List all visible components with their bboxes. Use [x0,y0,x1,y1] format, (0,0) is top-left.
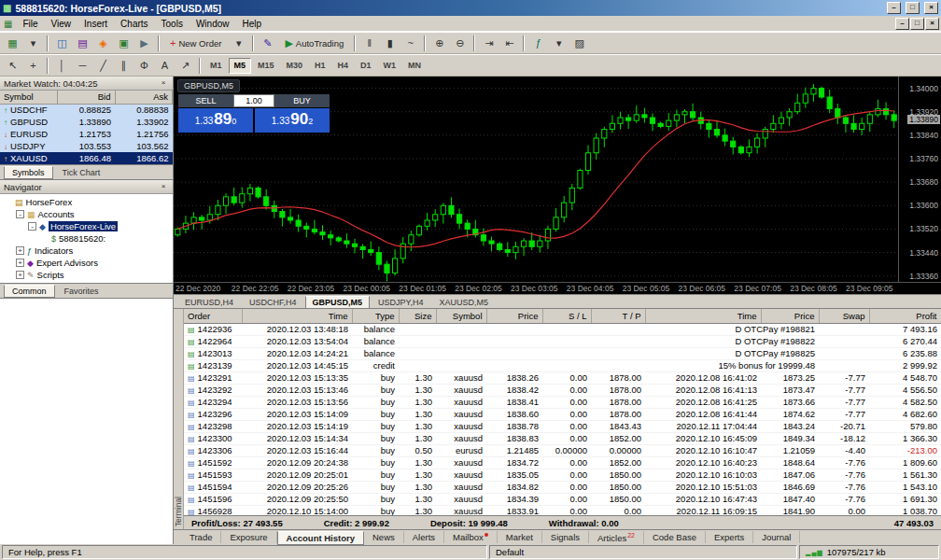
terminal-tab-account-history[interactable]: Account History [277,531,364,545]
order-row-1451592[interactable]: ▤14515922020.12.09 20:24:38buy1.30xauusd… [184,456,941,469]
menu-item-view[interactable]: View [45,18,78,30]
navigator-tab-favorites[interactable]: Favorites [56,285,107,298]
status-profile[interactable]: Default [489,545,797,559]
orders-col-order-0[interactable]: Order [184,309,242,323]
order-row-1423298[interactable]: ▤14232982020.12.03 15:14:19buy1.30xauusd… [184,420,941,432]
orders-col-type-2[interactable]: Type [352,309,399,323]
order-row-1423292[interactable]: ▤14232922020.12.03 15:13:46buy1.30xauusd… [184,384,941,396]
terminal-tab-news[interactable]: News [364,531,404,543]
navigator-item-indicators[interactable]: +ƒIndicators [0,245,173,257]
terminal-side-bar[interactable]: Terminal [174,309,184,529]
navigator-toggle[interactable]: ◈ [93,35,113,52]
order-row-1422964[interactable]: ▤14229642020.12.03 13:54:04balanceD OTCP… [184,335,941,347]
orders-col-t-p-7[interactable]: T / P [591,309,645,323]
navigator-close-icon[interactable]: × [158,182,169,192]
data-window-toggle[interactable]: ▤ [73,35,92,52]
order-row-1423139[interactable]: ▤14231392020.12.03 14:45:15credit15% bon… [184,359,941,371]
terminal-tab-mailbox[interactable]: Mailbox [444,531,498,543]
chart-shift-button[interactable]: ⇤ [499,35,519,52]
channel-button[interactable]: ∥ [114,57,133,75]
market-watch-row-usdjpy[interactable]: ↓USDJPY103.553103.562 [0,140,173,152]
navigator-item-accounts[interactable]: -▦Accounts [0,208,173,220]
auto-scroll-button[interactable]: ⇥ [479,35,499,52]
orders-col-size-3[interactable]: Size [399,309,436,323]
timeframe-m1[interactable]: M1 [204,58,228,74]
chart-tab-usdchf-h4[interactable]: USDCHF,H4 [242,296,304,309]
terminal-tab-exposure[interactable]: Exposure [221,531,276,543]
market-watch-row-xauusd[interactable]: ↑XAUUSD1866.481866.62 [0,152,173,164]
text-label-button[interactable]: A [155,57,175,75]
timeframe-h1[interactable]: H1 [309,58,331,74]
timeframe-mn[interactable]: MN [402,58,427,74]
minimize-button[interactable]: – [887,2,901,14]
strategy-tester-toggle[interactable]: ▶ [134,35,154,52]
new-order-dropdown[interactable]: ▾ [229,35,248,52]
terminal-tab-experts[interactable]: Experts [706,531,753,543]
autotrading-button[interactable]: ▶AutoTrading [278,35,350,52]
close-button[interactable]: × [924,2,938,14]
market-watch-tab-symbols[interactable]: Symbols [4,166,53,179]
navigator-item-588815620[interactable]: $588815620: [0,232,173,245]
order-row-1423300[interactable]: ▤14233002020.12.03 15:14:34buy1.30xauusd… [184,432,941,444]
orders-col-price-9[interactable]: Price [761,309,819,323]
trendline-button[interactable]: ╱ [93,57,113,75]
timeframe-m15[interactable]: M15 [252,58,280,74]
crosshair-button[interactable]: + [23,57,43,75]
terminal-tab-trade[interactable]: Trade [181,531,221,543]
order-row-1423291[interactable]: ▤14232912020.12.03 15:13:35buy1.30xauusd… [184,371,941,384]
child-close-button[interactable]: × [925,18,939,30]
chart-tab-eurusd-h4[interactable]: EURUSD,H4 [177,296,241,309]
chart-tab-xauusd-m5[interactable]: XAUUSD,M5 [431,296,496,309]
maximize-button[interactable]: □ [906,2,920,14]
terminal-tab-signals[interactable]: Signals [542,531,589,543]
timeframe-m30[interactable]: M30 [281,58,309,74]
arrows-button[interactable]: ↗ [176,57,195,75]
cursor-button[interactable]: ↖ [3,57,22,75]
market-watch-row-gbpusd[interactable]: ↑GBPUSD1.338901.33902 [0,116,173,128]
orders-col-profit-11[interactable]: Profit [869,309,941,323]
order-row-1423296[interactable]: ▤14232962020.12.03 15:14:09buy1.30xauusd… [184,408,941,420]
terminal-tab-articles[interactable]: Articles22 [589,531,644,544]
menu-item-help[interactable]: Help [235,18,268,30]
market-watch-toggle[interactable]: ◫ [52,35,72,52]
navigator-item-horseforex[interactable]: ▤HorseForex [0,196,173,208]
buy-button[interactable]: 1.33902 [255,108,330,133]
timeframe-m5[interactable]: M5 [229,58,252,74]
fibonacci-button[interactable]: Φ [134,57,154,75]
tree-expander-icon[interactable]: + [16,259,24,267]
indicators-list-button[interactable]: ƒ [528,35,548,52]
vertical-line-button[interactable]: │ [52,57,72,75]
timeframe-h4[interactable]: H4 [332,58,355,74]
menu-item-tools[interactable]: Tools [155,18,190,30]
tree-expander-icon[interactable]: - [16,210,24,218]
chart-tab-gbpusd-m5[interactable]: GBPUSD,M5 [305,296,371,309]
menu-item-charts[interactable]: Charts [114,18,154,30]
order-row-1423306[interactable]: ▤14233062020.12.03 15:16:44buy0.50eurusd… [184,444,941,456]
zoom-out-button[interactable]: ⊖ [450,35,470,52]
sell-button[interactable]: 1.33890 [178,108,253,133]
new-chart-button[interactable]: ▦ [3,35,22,52]
terminal-tab-journal[interactable]: Journal [753,531,800,543]
tree-expander-icon[interactable]: + [16,271,24,279]
orders-col-s-l-6[interactable]: S / L [542,309,591,323]
terminal-tab-market[interactable]: Market [498,531,542,543]
market-watch-col-symbol[interactable]: Symbol [0,91,58,104]
profiles-dropdown[interactable]: ▾ [23,35,43,52]
child-minimize-button[interactable]: – [895,18,909,30]
periods-dropdown[interactable]: ▾ [549,35,569,52]
order-row-1423294[interactable]: ▤14232942020.12.03 15:13:56buy1.30xauusd… [184,396,941,408]
candlestick-chart-button[interactable]: ▮ [380,35,400,52]
order-row-1456928[interactable]: ▤14569282020.12.10 15:14:00buy1.30xauusd… [184,505,941,515]
orders-col-symbol-4[interactable]: Symbol [436,309,486,323]
terminal-tab-code-base[interactable]: Code Base [644,531,706,543]
sell-label[interactable]: SELL [178,94,233,107]
market-watch-row-eurusd[interactable]: ↓EURUSD1.217531.21756 [0,128,173,140]
order-row-1451596[interactable]: ▤14515962020.12.09 20:25:50buy1.30xauusd… [184,493,941,505]
zoom-in-button[interactable]: ⊕ [429,35,449,52]
navigator-item-scripts[interactable]: +✎Scripts [0,269,173,281]
child-restore-button[interactable]: □ [910,18,924,30]
tree-expander-icon[interactable]: - [28,222,36,231]
market-watch-row-usdchf[interactable]: ↑USDCHF0.888250.88838 [0,104,173,116]
order-row-1422936[interactable]: ▤14229362020.12.03 13:48:18balanceD OTCP… [184,323,941,335]
chart-area[interactable]: 1.33890 1.340001.339201.338401.337601.33… [174,77,941,294]
